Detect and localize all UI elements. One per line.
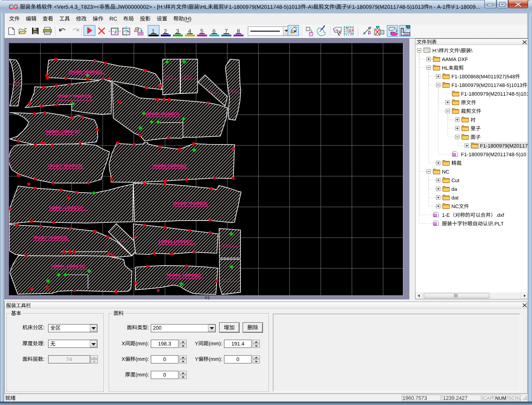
svg-text:*****-: *****- (120, 239, 125, 241)
svg-text:185887-185887(2): 185887-185887(2) (49, 205, 83, 210)
svg-text:*****-: *****- (208, 90, 214, 93)
svg-text:185888-185888(2): 185888-185888(2) (172, 201, 207, 206)
svg-text:185868-185888(2): 185868-185888(2) (152, 163, 186, 168)
svg-text:185887-185887(2): 185887-185887(2) (57, 93, 91, 98)
svg-text:*****-*****: *****-***** (163, 76, 173, 78)
svg-text:185868-185868(2): 185868-185868(2) (145, 111, 179, 116)
svg-text:*****-*****: *****-***** (220, 244, 230, 247)
svg-text:185868-185868(2): 185868-185868(2) (166, 273, 201, 278)
svg-text:*****-*: *****-* (230, 89, 236, 92)
svg-text:*****-*****: *****-***** (181, 76, 191, 78)
svg-text:185888-185888(2): 185888-185888(2) (158, 239, 192, 244)
svg-text:185887-185887(2): 185887-185887(2) (48, 163, 82, 168)
svg-text:185887-185887(2): 185887-185887(2) (45, 129, 80, 134)
svg-text:185887-185887(2): 185887-185887(2) (33, 235, 67, 240)
svg-text:185866-185866(2): 185866-185866(2) (68, 69, 102, 74)
svg-text:*****-*****: *****-***** (221, 279, 231, 281)
svg-text:185887-185887(2): 185887-185887(2) (51, 264, 85, 269)
